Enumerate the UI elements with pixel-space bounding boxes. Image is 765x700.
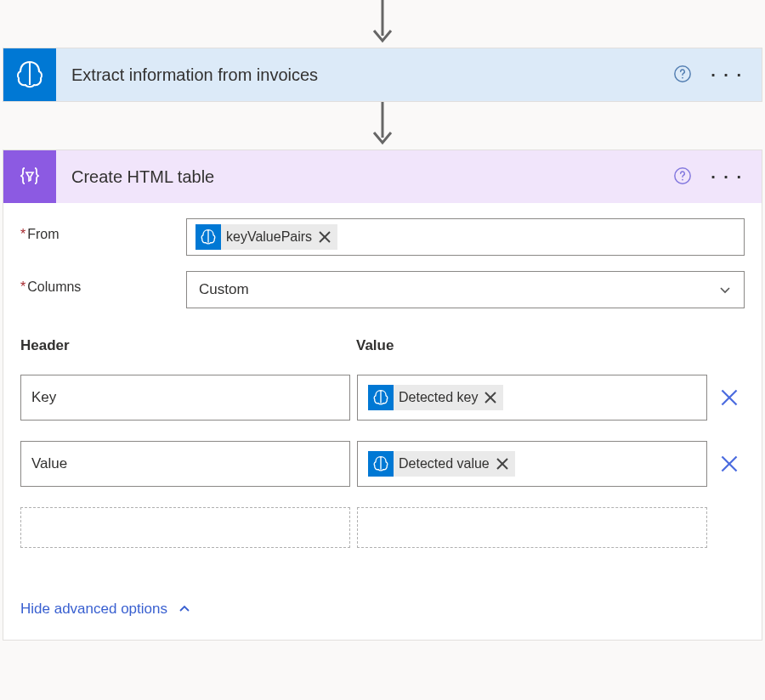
close-icon xyxy=(483,390,498,405)
close-icon xyxy=(720,388,739,407)
svg-point-5 xyxy=(682,178,683,180)
from-input[interactable]: keyValuePairs xyxy=(186,218,745,256)
col-header-value: Value xyxy=(356,337,745,354)
more-button[interactable]: · · · xyxy=(711,66,743,83)
arrow-down-icon xyxy=(371,102,394,150)
brain-icon xyxy=(14,59,45,90)
hide-advanced-options-link[interactable]: Hide advanced options xyxy=(20,601,745,618)
adv-link-label: Hide advanced options xyxy=(20,601,167,618)
brain-icon xyxy=(196,224,221,250)
delete-row-button[interactable] xyxy=(714,441,745,487)
token-remove[interactable] xyxy=(495,456,510,471)
token-label: Detected key xyxy=(399,390,478,405)
step-create-html-table: Create HTML table · · · *From xyxy=(3,150,762,641)
columns-label: *Columns xyxy=(20,271,186,295)
arrow-down-icon xyxy=(371,0,394,48)
help-icon xyxy=(673,167,692,185)
connector-arrow-mid xyxy=(0,102,765,150)
columns-table-header: Header Value xyxy=(20,337,745,354)
more-button[interactable]: · · · xyxy=(711,168,743,185)
table-row-empty xyxy=(20,507,745,548)
columns-select[interactable]: Custom xyxy=(186,271,745,308)
columns-value: Custom xyxy=(199,281,249,298)
step-extract-invoices[interactable]: Extract information from invoices · · · xyxy=(3,48,762,102)
columns-row: *Columns Custom xyxy=(20,271,745,308)
step-header[interactable]: Create HTML table · · · xyxy=(3,150,762,203)
header-input[interactable] xyxy=(20,507,350,548)
filter-braces-icon xyxy=(18,165,42,189)
connector-arrow-top xyxy=(0,0,765,48)
token-remove[interactable] xyxy=(483,390,498,405)
help-button[interactable] xyxy=(673,167,692,188)
step-title: Create HTML table xyxy=(56,167,673,187)
value-input[interactable]: Detected key xyxy=(357,375,707,421)
header-input[interactable]: Value xyxy=(20,441,350,487)
brain-icon xyxy=(368,451,394,477)
svg-point-2 xyxy=(682,76,683,78)
value-input[interactable]: Detected value xyxy=(357,441,707,487)
help-button[interactable] xyxy=(673,65,692,86)
token-detected-key[interactable]: Detected key xyxy=(368,385,503,410)
chevron-down-icon xyxy=(718,283,732,296)
close-icon xyxy=(495,456,510,471)
from-label: *From xyxy=(20,218,186,242)
token-label: keyValuePairs xyxy=(226,229,312,245)
brain-icon xyxy=(368,385,394,410)
delete-row-button[interactable] xyxy=(714,375,745,421)
from-row: *From keyValuePairs xyxy=(20,218,745,256)
data-operations-icon xyxy=(3,150,56,203)
token-remove[interactable] xyxy=(317,229,332,245)
table-row: Value Detected value xyxy=(20,441,745,487)
header-input[interactable]: Key xyxy=(20,375,350,421)
ai-builder-icon xyxy=(3,48,56,101)
token-keyvaluepairs[interactable]: keyValuePairs xyxy=(196,224,337,250)
col-header-header: Header xyxy=(20,337,356,354)
token-detected-value[interactable]: Detected value xyxy=(368,451,515,477)
value-input[interactable] xyxy=(357,507,707,548)
close-icon xyxy=(317,229,332,245)
table-row: Key Detected key xyxy=(20,375,745,421)
help-icon xyxy=(673,65,692,83)
close-icon xyxy=(720,454,739,473)
chevron-up-icon xyxy=(178,602,191,616)
step-title: Extract information from invoices xyxy=(56,65,673,85)
token-label: Detected value xyxy=(399,456,490,471)
